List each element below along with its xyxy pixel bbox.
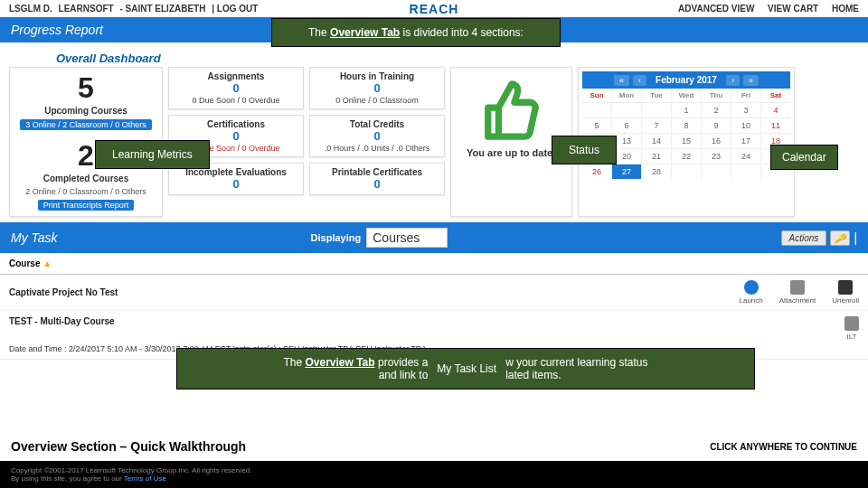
pipe: | xyxy=(854,230,857,245)
cal-day[interactable]: 16 xyxy=(702,134,731,148)
cal-day xyxy=(642,103,671,117)
thumbs-up-icon xyxy=(480,79,543,142)
cal-prev-year[interactable]: « xyxy=(614,75,629,86)
logout-link[interactable]: LOG OUT xyxy=(217,4,259,14)
brand-logo: REACH xyxy=(410,2,459,16)
cal-day[interactable]: 14 xyxy=(642,134,671,148)
cal-next-year[interactable]: » xyxy=(743,75,759,86)
callout-bottom: The Overview Tab provides a and link to … xyxy=(176,348,755,389)
cal-next-month[interactable]: › xyxy=(726,75,740,86)
cal-day[interactable]: 28 xyxy=(642,164,671,179)
copyright-text: Copyright ©2001-2017 Learnsoft Technolog… xyxy=(11,466,857,474)
completed-breakdown: 2 Online / 0 Classroom / 0 Others xyxy=(25,187,146,196)
cal-dow: Fri xyxy=(731,89,760,102)
cal-day[interactable]: 5 xyxy=(582,118,611,133)
course-name[interactable]: Captivate Project No Test xyxy=(9,287,739,297)
upcoming-count: 5 xyxy=(78,73,94,102)
dashboard-content: Overall Dashboard 5 Upcoming Courses 3 O… xyxy=(0,42,868,222)
credits-sub: .0 Hours / .0 Units / .0 Others xyxy=(312,144,442,153)
org-name: SAINT ELIZABETH xyxy=(126,4,206,14)
play-icon xyxy=(744,280,759,295)
table-row: Captivate Project No Test Launch Attachm… xyxy=(0,275,868,311)
cal-day xyxy=(731,164,760,179)
attachment-button[interactable]: Attachment xyxy=(779,280,816,305)
cal-dow: Thu xyxy=(702,89,731,102)
hours-sub: 0 Online / 0 Classroom xyxy=(312,96,442,105)
cal-day[interactable]: 23 xyxy=(702,149,731,164)
upcoming-label: Upcoming Courses xyxy=(44,106,127,116)
credits-title: Total Credits xyxy=(312,119,442,129)
print-transcripts-button[interactable]: Print Transcripts Report xyxy=(38,200,135,211)
cal-day[interactable]: 10 xyxy=(731,118,760,133)
callout-calendar: Calendar xyxy=(770,145,838,170)
cal-day[interactable]: 15 xyxy=(672,134,701,148)
cal-day[interactable]: 21 xyxy=(642,149,671,164)
certifications-title: Certifications xyxy=(171,119,301,129)
course-header-label: Course xyxy=(9,258,40,268)
cal-prev-month[interactable]: ‹ xyxy=(633,75,646,86)
hours-card[interactable]: Hours in Training 0 0 Online / 0 Classro… xyxy=(309,67,445,109)
ilt-button[interactable]: ILT xyxy=(844,316,859,341)
unenroll-button[interactable]: Unenroll xyxy=(832,280,859,305)
cal-day xyxy=(612,103,641,117)
cal-day[interactable]: 17 xyxy=(731,134,760,148)
cal-day[interactable]: 1 xyxy=(672,103,701,117)
cal-dow: Sat xyxy=(761,89,790,102)
progress-report-title: Progress Report xyxy=(11,23,103,37)
launch-button[interactable]: Launch xyxy=(739,280,762,305)
terms-link[interactable]: Terms of Use xyxy=(124,474,166,483)
cal-dow: Tue xyxy=(642,89,671,102)
assignments-sub: 0 Due Soon / 0 Overdue xyxy=(171,96,301,105)
ilt-icon xyxy=(844,316,859,331)
home-link[interactable]: HOME xyxy=(832,4,859,14)
credits-card[interactable]: Total Credits 0 .0 Hours / .0 Units / .0… xyxy=(309,115,445,157)
cal-day[interactable]: 27 xyxy=(612,164,641,179)
cal-title: February 2017 xyxy=(650,73,722,87)
cal-day[interactable]: 3 xyxy=(731,103,760,117)
cal-day[interactable]: 11 xyxy=(761,118,790,133)
key-icon[interactable]: 🔑 xyxy=(830,230,850,246)
callout-top: The Overview Tab is divided into 4 secti… xyxy=(271,18,561,47)
cal-day[interactable]: 22 xyxy=(672,149,701,164)
status-text: You are up to date! xyxy=(457,147,566,158)
cal-day xyxy=(582,103,611,117)
advanced-view-link[interactable]: ADVANCED VIEW xyxy=(678,4,754,14)
displaying-label: Displaying xyxy=(311,232,362,243)
view-cart-link[interactable]: VIEW CART xyxy=(768,4,818,14)
cal-day xyxy=(702,164,731,179)
printable-card[interactable]: Printable Certificates 0 xyxy=(309,163,445,195)
copyright-bar: Copyright ©2001-2017 Learnsoft Technolog… xyxy=(0,461,868,488)
course-header[interactable]: Course ▲ xyxy=(0,253,868,275)
cal-day[interactable]: 9 xyxy=(702,118,731,133)
attachment-icon xyxy=(790,280,805,295)
cal-dow: Wed xyxy=(672,89,701,102)
footer: Overview Section – Quick Walkthrough CLI… xyxy=(0,432,868,488)
completed-label: Completed Courses xyxy=(43,174,128,183)
printable-val: 0 xyxy=(312,177,442,191)
cal-dow: Mon xyxy=(612,89,641,102)
course-name[interactable]: TEST - Multi-Day Course xyxy=(9,316,844,341)
assignments-card[interactable]: Assignments 0 0 Due Soon / 0 Overdue xyxy=(168,67,304,109)
cal-day[interactable]: 4 xyxy=(761,103,790,117)
printable-title: Printable Certificates xyxy=(312,167,442,177)
cal-day[interactable]: 7 xyxy=(642,118,671,133)
callout-learning: Learning Metrics xyxy=(95,140,210,169)
sort-icon: ▲ xyxy=(42,258,52,268)
my-task-title: My Task xyxy=(11,230,58,245)
continue-prompt[interactable]: CLICK ANYWHERE TO CONTINUE xyxy=(710,442,857,452)
hours-title: Hours in Training xyxy=(312,71,442,81)
displaying-select[interactable]: Courses xyxy=(366,228,448,248)
cal-day[interactable]: 24 xyxy=(731,149,760,164)
my-task-bar: My Task Displaying Courses Actions 🔑 | xyxy=(0,222,868,253)
section-title: Overview Section – Quick Walkthrough xyxy=(11,439,246,454)
actions-button[interactable]: Actions xyxy=(781,230,827,246)
cal-day[interactable]: 2 xyxy=(702,103,731,117)
user-prefix: LSGLM D. xyxy=(9,4,52,14)
cal-day[interactable]: 8 xyxy=(672,118,701,133)
upcoming-breakdown: 3 Online / 2 Classroom / 0 Others xyxy=(20,119,152,130)
credits-val: 0 xyxy=(312,129,442,143)
cal-day[interactable]: 26 xyxy=(582,164,611,179)
callout-status: Status xyxy=(552,136,617,164)
calendar-grid: SunMonTueWedThuFriSat1234567891011121314… xyxy=(582,89,790,179)
cal-day[interactable]: 6 xyxy=(612,118,641,133)
